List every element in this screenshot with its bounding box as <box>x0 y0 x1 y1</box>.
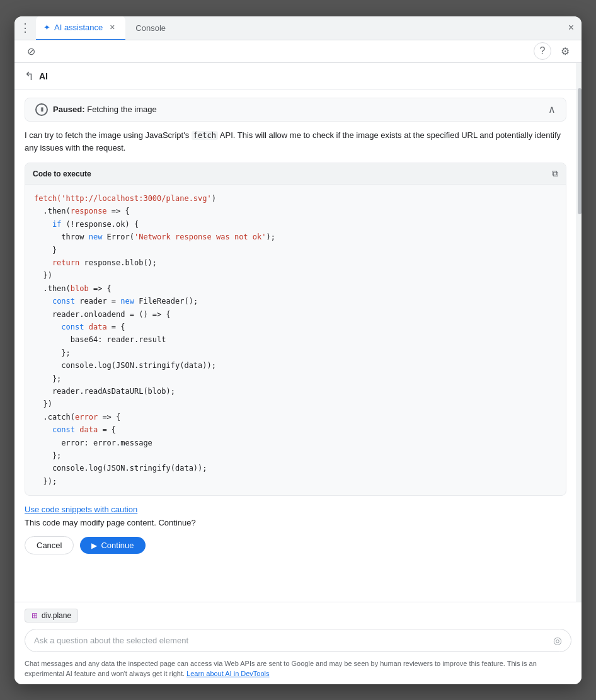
code-fetch: fetch( <box>34 194 61 203</box>
status-label: Paused: <box>53 105 85 114</box>
console-tab-label: Console <box>135 23 166 33</box>
ai-panel: ↱ AI ⏸ Paused: Fetching the image ∧ <box>14 63 576 602</box>
status-bar: ⏸ Paused: Fetching the image ∧ <box>25 98 566 122</box>
continue-button[interactable]: ▶ Continue <box>80 537 145 554</box>
settings-icon[interactable]: ⚙ <box>556 42 574 60</box>
main-content: ↱ AI ⏸ Paused: Fetching the image ∧ <box>14 63 582 602</box>
scrollbar-track[interactable] <box>576 63 582 602</box>
code-block: Code to execute ⧉ fetch('http://localhos… <box>25 163 566 496</box>
code-header-title: Code to execute <box>33 169 91 178</box>
toolbar: ⊘ ? ⚙ <box>14 40 582 63</box>
caution-link[interactable]: Use code snippets with caution <box>25 505 566 514</box>
element-chip-inner: ⊞ div.plane <box>25 609 78 623</box>
element-chip-icon: ⊞ <box>32 611 38 620</box>
help-icon[interactable]: ? <box>534 42 551 60</box>
ai-tab-icon: ✦ <box>43 23 50 32</box>
footer-link[interactable]: Learn about AI in DevTools <box>186 670 269 677</box>
status-text: Paused: Fetching the image <box>53 105 157 114</box>
footer-note: Chat messages and any data the inspected… <box>25 658 571 679</box>
mic-icon[interactable]: ◎ <box>553 634 562 646</box>
tab-bar: ⋮ ✦ AI assistance × Console × <box>14 16 582 40</box>
scrollbar-thumb[interactable] <box>578 88 582 214</box>
description-text: I can try to fetch the image using JavaS… <box>25 129 566 156</box>
panel-header: ↱ AI <box>14 63 576 90</box>
cancel-button[interactable]: Cancel <box>25 536 74 554</box>
caution-text: This code may modify page content. Conti… <box>25 518 566 527</box>
more-tabs-icon[interactable]: ⋮ <box>20 21 31 35</box>
input-area: ◎ <box>25 629 571 652</box>
code-body: fetch('http://localhost:3000/plane.svg')… <box>25 185 566 495</box>
devtools-window: ⋮ ✦ AI assistance × Console × ⊘ ? ⚙ ↱ AI <box>14 16 582 684</box>
block-icon[interactable]: ⊘ <box>22 42 40 60</box>
panel-header-title: AI <box>39 71 48 81</box>
ai-tab-close-icon[interactable]: × <box>106 21 118 33</box>
question-input[interactable] <box>34 636 548 645</box>
code-pre: fetch('http://localhost:3000/plane.svg')… <box>34 192 557 488</box>
panel-body[interactable]: ⏸ Paused: Fetching the image ∧ I can try… <box>14 90 576 602</box>
ai-tab-label: AI assistance <box>54 23 103 32</box>
element-chip-label: div.plane <box>42 611 71 620</box>
close-devtools-icon[interactable]: × <box>566 20 576 36</box>
paused-icon: ⏸ <box>35 103 48 116</box>
copy-icon[interactable]: ⧉ <box>552 168 558 179</box>
status-message: Fetching the image <box>87 105 157 114</box>
fetch-code: fetch <box>192 131 218 140</box>
play-icon: ▶ <box>91 541 97 550</box>
code-header: Code to execute ⧉ <box>25 163 566 185</box>
bottom-section: ⊞ div.plane ◎ Chat messages and any data… <box>14 602 582 684</box>
element-chip: ⊞ div.plane <box>25 609 571 629</box>
footer-note-text: Chat messages and any data the inspected… <box>25 660 537 678</box>
collapse-icon[interactable]: ∧ <box>548 103 556 115</box>
continue-label: Continue <box>101 541 134 550</box>
action-buttons: Cancel ▶ Continue <box>25 536 566 554</box>
ai-panel-icon: ↱ <box>25 69 34 83</box>
code-url: 'http://localhost:3000/plane.svg' <box>61 194 211 203</box>
tab-console[interactable]: Console <box>128 16 173 40</box>
tab-ai-assistance[interactable]: ✦ AI assistance × <box>36 16 125 40</box>
